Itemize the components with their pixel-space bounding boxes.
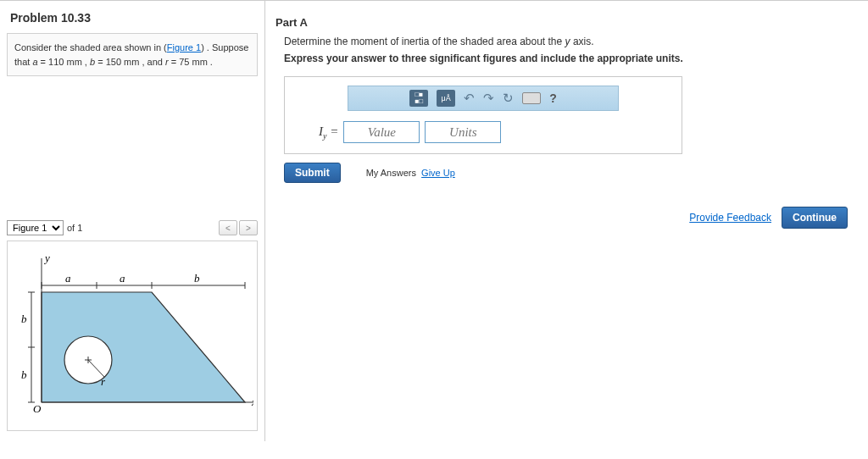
and: , and	[139, 57, 165, 67]
val-r: = 75 mm	[169, 57, 208, 67]
label-b1: b	[21, 312, 27, 325]
figure-header: Figure 1 of 1 < >	[7, 220, 258, 235]
figure-select[interactable]: Figure 1	[7, 220, 64, 235]
label-y: y	[43, 252, 50, 264]
figure-link[interactable]: Figure 1	[167, 42, 201, 53]
my-answers-label: My Answers	[366, 168, 416, 178]
label-a1: a	[65, 272, 71, 285]
label-x: x	[251, 395, 253, 408]
my-answers-area: My Answers Give Up	[366, 168, 455, 178]
symbols-icon[interactable]: μÅ	[437, 90, 455, 107]
figure-next-button[interactable]: >	[239, 220, 258, 235]
provide-feedback-link[interactable]: Provide Feedback	[689, 212, 771, 224]
help-icon[interactable]: ?	[549, 91, 557, 105]
figure-prev-button[interactable]: <	[219, 220, 237, 235]
part-label: Part A	[275, 16, 858, 29]
value-input[interactable]	[343, 121, 420, 143]
val-a: = 110 mm	[38, 57, 82, 67]
problem-statement: Consider the shaded area shown in (Figur…	[7, 33, 258, 76]
text: Consider the shaded area shown in (	[14, 42, 167, 53]
figure-diagram: r x y O a a b	[7, 241, 258, 431]
keyboard-icon[interactable]	[522, 92, 541, 104]
label-a2: a	[120, 272, 125, 285]
problem-title: Problem 10.33	[10, 11, 258, 25]
reset-icon[interactable]: ↻	[503, 91, 514, 106]
template-icon[interactable]: □■■□	[409, 90, 428, 107]
continue-button[interactable]: Continue	[782, 207, 848, 229]
label-b2: b	[21, 368, 27, 381]
val-b: = 150 mm	[95, 57, 139, 67]
give-up-link[interactable]: Give Up	[421, 168, 455, 178]
units-input[interactable]	[425, 121, 501, 143]
figure-of-label: of 1	[67, 223, 82, 233]
sep: ,	[82, 57, 90, 67]
part-bold-instruction: Express your answer to three significant…	[275, 53, 858, 64]
part-instruction: Determine the moment of inertia of the s…	[275, 36, 858, 47]
answer-symbol: Iy =	[319, 124, 338, 141]
answer-box: □■■□ μÅ ↶ ↷ ↻ ? Iy =	[284, 76, 682, 154]
submit-button[interactable]: Submit	[284, 163, 341, 183]
text: Determine the moment of inertia of the s…	[284, 36, 565, 47]
undo-icon[interactable]: ↶	[464, 91, 475, 106]
input-toolbar: □■■□ μÅ ↶ ↷ ↻ ?	[348, 86, 619, 111]
label-O: O	[33, 402, 42, 415]
period: .	[208, 57, 213, 67]
label-b-top: b	[194, 272, 200, 285]
text: axis.	[570, 36, 594, 47]
redo-icon[interactable]: ↷	[483, 91, 494, 106]
